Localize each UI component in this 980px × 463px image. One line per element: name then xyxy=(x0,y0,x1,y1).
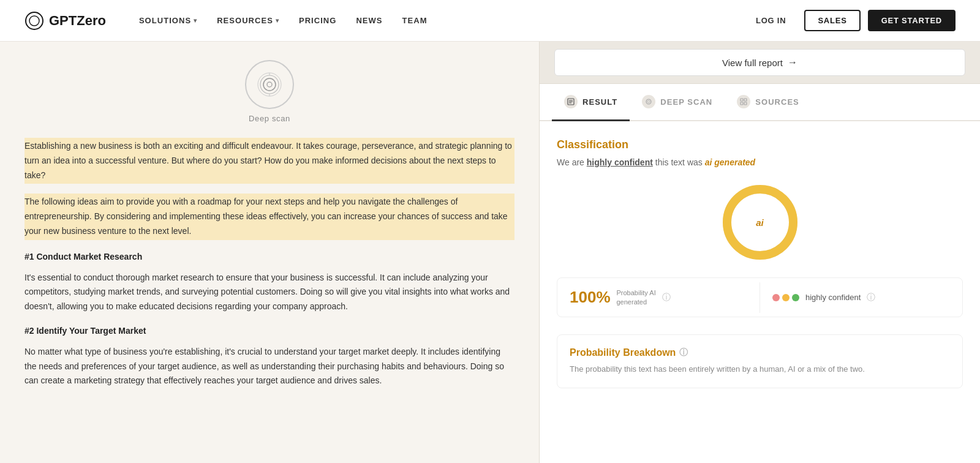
para-1: Establishing a new business is both an e… xyxy=(24,138,514,184)
donut-wrapper: ai xyxy=(557,179,963,265)
svg-point-12 xyxy=(646,99,651,104)
prob-breakdown-title: Probability Breakdown ⓘ xyxy=(570,347,950,358)
resources-chevron-icon: ▾ xyxy=(276,17,279,24)
svg-point-0 xyxy=(26,12,43,29)
confidence-info-icon[interactable]: ⓘ xyxy=(867,292,875,303)
stats-row: 100% Probability AI generated ⓘ xyxy=(557,277,963,317)
svg-rect-17 xyxy=(744,102,747,105)
section-heading-2: #2 Identify Your Target Market xyxy=(24,324,514,339)
arrow-right-icon: → xyxy=(788,57,797,68)
confidence-dots xyxy=(772,294,799,301)
left-panel: Deep scan Establishing a new business is… xyxy=(0,42,539,463)
nav-resources[interactable]: RESOURCES ▾ xyxy=(208,11,288,30)
confidence-text-prefix: We are xyxy=(557,157,584,167)
sales-button[interactable]: SALES xyxy=(804,10,860,31)
svg-rect-14 xyxy=(741,99,743,101)
document-content: Establishing a new business is both an e… xyxy=(24,138,514,388)
right-panel: View full report → RESULT xyxy=(539,42,980,463)
tab-deep-scan-label: DEEP SCAN xyxy=(660,97,712,107)
deep-scan-tab-icon xyxy=(642,95,655,108)
svg-point-2 xyxy=(263,78,276,91)
nav-team[interactable]: TEAM xyxy=(394,11,436,30)
classification-subtitle: We are highly confident this text was ai… xyxy=(557,157,963,167)
result-content: Classification We are highly confident t… xyxy=(540,121,980,463)
get-started-button[interactable]: GET STARTED xyxy=(868,10,956,31)
para-4: No matter what type of business you're e… xyxy=(24,345,514,388)
para-2: The following ideas aim to provide you w… xyxy=(24,194,514,239)
svg-rect-15 xyxy=(744,99,747,101)
stat-percentage-value: 100% xyxy=(570,288,611,307)
stat-label: Probability AI generated xyxy=(617,288,656,306)
classification-section: Classification We are highly confident t… xyxy=(557,138,963,317)
view-full-report-bar: View full report → xyxy=(540,42,980,84)
tab-sources[interactable]: SOURCES xyxy=(725,84,812,121)
prob-breakdown-info-icon[interactable]: ⓘ xyxy=(679,347,688,358)
deep-scan-label: Deep scan xyxy=(24,114,514,123)
confidence-text-mid-text: this text was xyxy=(655,157,703,167)
tab-result[interactable]: RESULT xyxy=(552,84,630,121)
dot-orange xyxy=(782,294,790,301)
nav-menu: SOLUTIONS ▾ RESOURCES ▾ PRICING NEWS TEA… xyxy=(130,11,745,30)
tabs-bar: RESULT DEEP SCAN xyxy=(540,84,980,121)
stat-confidence: highly confident ⓘ xyxy=(760,282,962,313)
probability-breakdown-section: Probability Breakdown ⓘ The probability … xyxy=(557,334,963,388)
view-full-report-label: View full report xyxy=(722,58,783,68)
stat-probability: 100% Probability AI generated ⓘ xyxy=(557,278,760,317)
tab-sources-label: SOURCES xyxy=(755,97,799,107)
svg-point-1 xyxy=(29,16,39,26)
nav-news[interactable]: NEWS xyxy=(347,11,391,30)
donut-label: ai xyxy=(756,217,764,228)
navbar-right: LOG IN SALES GET STARTED xyxy=(745,10,956,31)
svg-point-5 xyxy=(267,82,272,87)
svg-point-13 xyxy=(647,100,650,103)
donut-chart: ai xyxy=(717,179,803,265)
login-button[interactable]: LOG IN xyxy=(745,11,797,30)
main-layout: Deep scan Establishing a new business is… xyxy=(0,42,980,463)
section-heading-1: #1 Conduct Market Research xyxy=(24,250,514,265)
svg-point-4 xyxy=(258,73,281,96)
classification-title: Classification xyxy=(557,138,963,151)
verdict-badge: ai generated xyxy=(705,157,755,167)
dot-green xyxy=(792,294,799,301)
logo[interactable]: GPTZero xyxy=(24,11,106,31)
fingerprint-icon xyxy=(245,60,294,109)
solutions-chevron-icon: ▾ xyxy=(194,17,197,24)
tab-deep-scan[interactable]: DEEP SCAN xyxy=(630,84,725,121)
prob-breakdown-desc: The probability this text has been entir… xyxy=(570,363,950,375)
view-full-report-button[interactable]: View full report → xyxy=(554,49,965,76)
stat-info-icon[interactable]: ⓘ xyxy=(662,292,671,303)
dot-red xyxy=(772,294,780,301)
nav-solutions[interactable]: SOLUTIONS ▾ xyxy=(130,11,206,30)
svg-rect-16 xyxy=(741,102,743,105)
sources-tab-icon xyxy=(737,95,750,108)
result-tab-icon xyxy=(564,95,578,108)
nav-pricing[interactable]: PRICING xyxy=(290,11,345,30)
navbar: GPTZero SOLUTIONS ▾ RESOURCES ▾ PRICING … xyxy=(0,0,980,42)
para-3: It's essential to conduct thorough marke… xyxy=(24,271,514,314)
tab-result-label: RESULT xyxy=(582,97,617,107)
deep-scan-header: Deep scan xyxy=(24,60,514,123)
confidence-level-label: highly confident xyxy=(805,293,861,302)
logo-icon xyxy=(24,11,44,31)
confidence-phrase-text: highly confident xyxy=(587,157,653,167)
